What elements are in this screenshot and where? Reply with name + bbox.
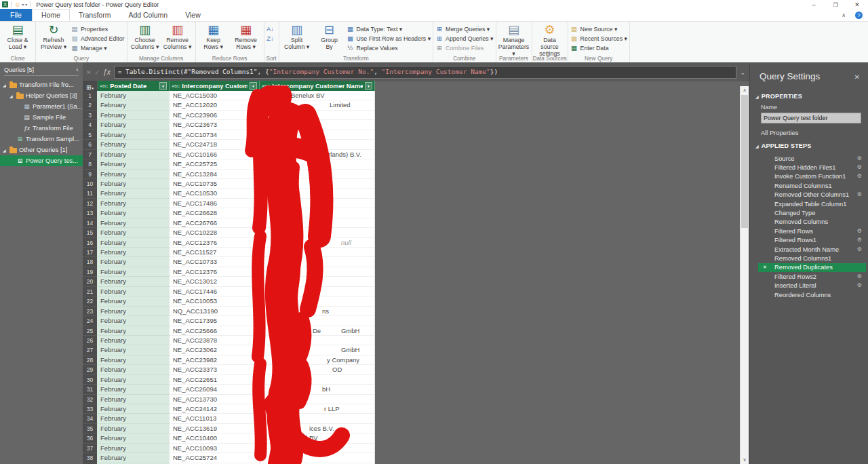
row-number[interactable]: 8 [83,159,97,169]
filter-dropdown-icon[interactable] [159,82,167,90]
posted-date-cell[interactable]: February [97,140,170,149]
customer-name-cell[interactable]: O [260,159,375,169]
row-number[interactable]: 12 [83,199,97,208]
posted-date-cell[interactable]: February [97,316,170,326]
posted-date-cell[interactable]: February [97,307,170,316]
posted-date-cell[interactable]: February [97,228,170,237]
table-menu-button[interactable] [83,81,98,91]
gear-icon[interactable] [857,273,862,280]
customer-no-cell[interactable]: NE_ACC10053 [170,296,260,306]
customer-name-cell[interactable]: d Ltd [260,120,375,130]
gear-icon[interactable] [857,282,862,289]
applied-step-inserted-literal[interactable]: Inserted Literal [758,281,866,290]
customer-name-cell[interactable] [260,179,375,189]
customer-name-cell[interactable] [260,140,375,149]
row-number[interactable]: 1 [83,91,97,100]
new-source-button[interactable]: ▤New Source ▾ [570,24,627,33]
keep-rows-button[interactable]: ▦Keep Rows ▾ [198,22,229,51]
row-number[interactable]: 35 [83,424,97,433]
row-number[interactable]: 29 [83,365,97,374]
properties-button[interactable]: ▤Properties [71,24,125,33]
customer-name-cell[interactable]: ELimited [260,100,375,110]
sidebar-item-helper-queries-3[interactable]: Helper Queries [3] [0,90,83,101]
row-number[interactable]: 27 [83,345,97,355]
delete-step-icon[interactable] [763,265,767,270]
applied-step-removed-columns1[interactable]: Removed Columns1 [758,254,866,263]
tab-view[interactable]: View [176,9,210,21]
restore-icon[interactable] [825,1,846,8]
tab-home[interactable]: Home [32,9,70,21]
customer-no-cell[interactable]: NE_ACC13730 [170,395,260,404]
customer-name-cell[interactable]: GmbH [260,345,375,355]
customer-no-cell[interactable]: NE_ACC10400 [170,433,260,443]
sidebar-item-transform-file[interactable]: ƒxTransform File [0,123,83,134]
collapse-queries-pane-icon[interactable] [76,66,79,73]
customer-no-cell[interactable]: NE_ACC12376 [170,238,260,248]
close-icon[interactable] [846,1,868,8]
row-number[interactable]: 24 [83,316,97,326]
row-number[interactable]: 21 [83,287,97,296]
customer-no-cell[interactable]: NE_ACC10530 [170,189,260,198]
row-number[interactable]: 33 [83,404,97,414]
posted-date-cell[interactable]: February [97,257,170,267]
sidebar-item-power-query-tes[interactable]: ⊞Power Query tes... [0,155,83,166]
posted-date-cell[interactable]: February [97,238,170,248]
posted-date-cell[interactable]: February [97,453,170,463]
row-number[interactable]: 16 [83,238,97,248]
sidebar-item-transform-sampl[interactable]: ⊞Transform Sampl... [0,134,83,144]
customer-no-cell[interactable]: NE_ACC13012 [170,277,260,286]
customer-name-cell[interactable] [260,336,375,345]
customer-name-cell[interactable]: r LLP [260,404,375,414]
scroll-up-icon[interactable] [741,86,749,94]
customer-no-cell[interactable]: NE_ACC22651 [170,375,260,385]
remove-columns-button[interactable]: ▥Remove Columns ▾ [162,22,193,51]
posted-date-cell[interactable]: February [97,111,170,120]
row-number[interactable]: 2 [83,100,97,110]
customer-no-cell[interactable]: NE_ACC12376 [170,267,260,277]
gear-icon[interactable] [857,191,862,198]
customer-name-cell[interactable] [260,189,375,198]
customer-no-cell[interactable]: NE_ACC23982 [170,355,260,365]
customer-no-cell[interactable]: NE_ACC23373 [170,365,260,374]
row-number[interactable]: 26 [83,336,97,345]
advanced-editor-button[interactable]: ▥Advanced Editor [71,34,125,43]
posted-date-cell[interactable]: February [97,179,170,189]
posted-date-cell[interactable]: February [97,189,170,198]
applied-step-removed-duplicates[interactable]: Removed Duplicates [758,263,866,272]
posted-date-cell[interactable]: February [97,159,170,169]
data-source-settings-button[interactable]: ⚙Data source settings [534,22,566,58]
customer-name-cell[interactable]: DeGmbH [260,326,375,336]
sidebar-item-parameter1-sa[interactable]: ▦Parameter1 (Sa... [0,101,83,112]
applied-step-changed-type[interactable]: Changed Type [758,208,866,217]
row-number[interactable]: 23 [83,307,97,316]
applied-steps-section-header[interactable]: APPLIED STEPS [750,138,868,153]
refresh-preview-button[interactable]: ↻Refresh Preview ▾ [38,22,69,51]
customer-name-cell[interactable] [260,199,375,208]
row-number[interactable]: 10 [83,179,97,189]
applied-step-filtered-hidden-files1[interactable]: Filtered Hidden Files1 [758,163,866,172]
merge-queries-button[interactable]: ⊞Merge Queries ▾ [435,24,493,33]
customer-name-cell[interactable]: Antherlands) B.V. [260,150,375,159]
gear-icon[interactable] [857,246,862,253]
replace-values-button[interactable]: ½Replace Values [347,43,431,52]
formula-cancel-icon[interactable] [86,69,92,76]
sort-descending-icon-button[interactable]: Z↓ [267,34,277,43]
posted-date-cell[interactable]: February [97,287,170,296]
customer-name-cell[interactable] [260,170,375,179]
posted-date-cell[interactable]: February [97,444,170,453]
posted-date-cell[interactable]: February [97,336,170,345]
applied-step-extracted-month-name[interactable]: Extracted Month Name [758,245,866,254]
customer-no-cell[interactable]: NE_ACC10093 [170,444,260,453]
posted-date-cell[interactable]: February [97,150,170,159]
sidebar-item-transform-file-fro[interactable]: Transform File fro... [0,79,83,90]
customer-no-cell[interactable]: NE_ACC17446 [170,287,260,296]
customer-name-cell[interactable] [260,316,375,326]
sidebar-item-other-queries-1[interactable]: Other Queries [1] [0,144,83,155]
remove-rows-button[interactable]: ▦Remove Rows ▾ [231,22,262,51]
applied-step-filtered-rows2[interactable]: Filtered Rows2 [758,272,866,281]
posted-date-cell[interactable]: February [97,199,170,208]
customer-no-cell[interactable]: NE_ACC13284 [170,170,260,179]
customer-name-cell[interactable] [260,414,375,423]
row-number[interactable]: 34 [83,414,97,423]
manage-parameters-button[interactable]: ▤Manage Parameters ▾ [498,22,530,58]
